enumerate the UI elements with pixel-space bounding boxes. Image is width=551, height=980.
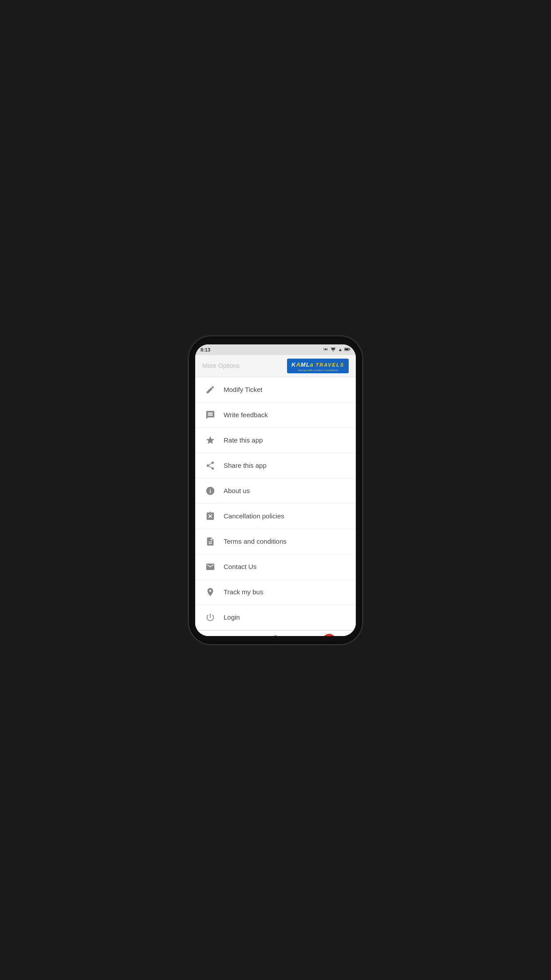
pin-icon bbox=[204, 586, 216, 598]
nav-item-home[interactable]: Home bbox=[195, 631, 249, 636]
wifi-icon bbox=[330, 347, 336, 352]
more-dot-icon: ··· bbox=[322, 634, 336, 636]
logo-tagline: Journey with comfort n' excellence bbox=[291, 369, 344, 371]
menu-label-cancellation-policies: Cancellation policies bbox=[224, 512, 284, 520]
phone-frame: 8:13 ▲ More Options KAMLa TRAV bbox=[189, 336, 362, 644]
menu-label-about-us: About us bbox=[224, 487, 250, 494]
logo-brand: KAMLa TRAVELS bbox=[291, 360, 344, 368]
power-icon bbox=[204, 611, 216, 624]
menu-label-contact-us: Contact Us bbox=[224, 563, 256, 570]
bookings-nav-icon bbox=[271, 635, 280, 636]
menu-item-rate-app[interactable]: Rate this app bbox=[195, 428, 356, 453]
menu-item-about-us[interactable]: About us bbox=[195, 478, 356, 504]
status-time: 8:13 bbox=[201, 347, 210, 352]
header-title: More Options bbox=[202, 362, 240, 369]
menu-label-login: Login bbox=[224, 613, 240, 621]
menu-item-write-feedback[interactable]: Write feedback bbox=[195, 403, 356, 428]
mail-icon bbox=[204, 561, 216, 573]
svg-point-0 bbox=[325, 348, 327, 350]
bottom-nav: Home My Bookings ··· More bbox=[195, 630, 356, 636]
menu-item-login[interactable]: Login bbox=[195, 605, 356, 630]
battery-icon bbox=[344, 347, 350, 352]
nav-item-more[interactable]: ··· More bbox=[302, 631, 356, 636]
menu-item-terms-conditions[interactable]: Terms and conditions bbox=[195, 529, 356, 554]
svg-rect-5 bbox=[345, 348, 349, 350]
nav-item-my-bookings[interactable]: My Bookings bbox=[249, 631, 303, 636]
pencil-icon bbox=[204, 383, 216, 396]
phone-screen: 8:13 ▲ More Options KAMLa TRAV bbox=[195, 344, 356, 636]
menu-label-track-bus: Track my bus bbox=[224, 588, 263, 596]
svg-rect-4 bbox=[350, 348, 350, 350]
signal-icon bbox=[323, 347, 328, 353]
share-icon bbox=[204, 459, 216, 472]
chat-icon bbox=[204, 409, 216, 421]
home-nav-icon bbox=[217, 635, 227, 636]
menu-list: Modify Ticket Write feedback Rate this a… bbox=[195, 377, 356, 630]
logo-box: KAMLa TRAVELS Journey with comfort n' ex… bbox=[287, 359, 349, 373]
menu-item-track-bus[interactable]: Track my bus bbox=[195, 580, 356, 605]
logo-container: KAMLa TRAVELS Journey with comfort n' ex… bbox=[287, 359, 349, 373]
app-header: More Options KAMLa TRAVELS Journey with … bbox=[195, 355, 356, 377]
menu-item-modify-ticket[interactable]: Modify Ticket bbox=[195, 377, 356, 403]
status-bar: 8:13 ▲ bbox=[195, 344, 356, 355]
document-icon bbox=[204, 535, 216, 548]
network-icon: ▲ bbox=[338, 347, 342, 352]
status-icons: ▲ bbox=[323, 347, 350, 353]
menu-label-terms-conditions: Terms and conditions bbox=[224, 537, 287, 545]
menu-label-write-feedback: Write feedback bbox=[224, 411, 268, 419]
menu-item-share-app[interactable]: Share this app bbox=[195, 453, 356, 478]
menu-item-cancellation-policies[interactable]: Cancellation policies bbox=[195, 504, 356, 529]
menu-label-rate-app: Rate this app bbox=[224, 436, 263, 444]
star-icon bbox=[204, 434, 216, 447]
menu-label-share-app: Share this app bbox=[224, 462, 267, 469]
menu-item-contact-us[interactable]: Contact Us bbox=[195, 554, 356, 580]
info-icon bbox=[204, 485, 216, 497]
clipboard-x-icon bbox=[204, 510, 216, 522]
menu-label-modify-ticket: Modify Ticket bbox=[224, 386, 263, 393]
